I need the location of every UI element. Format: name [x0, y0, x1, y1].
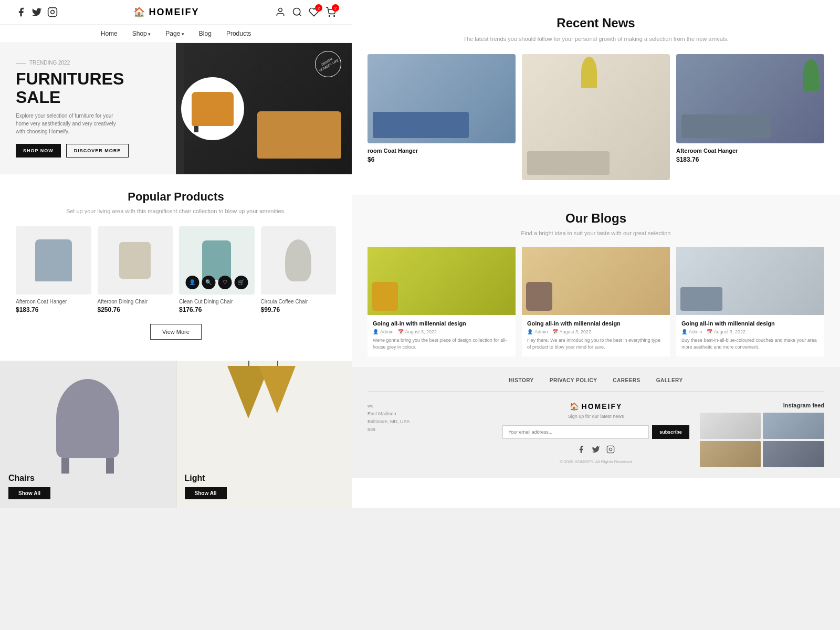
address-line-4: 839 [368, 426, 492, 434]
chairs-image [46, 371, 130, 466]
popular-products-section: Popular Products Set up your living area… [0, 174, 352, 361]
product-image-3: 👤 🔍 ♡ 🛒 [179, 226, 255, 295]
product-card-4[interactable]: Circula Coffee Chair $99.76 [261, 226, 337, 313]
social-links [16, 7, 58, 17]
news-card-3[interactable]: Afteroom Coat Hanger $183.76 [676, 54, 824, 163]
nav-blog[interactable]: Blog [199, 30, 212, 37]
cart-icon[interactable]: 2 [326, 7, 336, 17]
news-room-3 [676, 54, 824, 143]
footer-link-careers[interactable]: CAREERS [613, 377, 640, 383]
footer-center: 🏠 HOMEIFY Sign up for our latest news su… [502, 402, 689, 464]
recent-news-section: Recent News The latest trends you should… [352, 0, 840, 195]
svg-point-2 [279, 8, 282, 12]
light-show-all-button[interactable]: Show All [185, 487, 227, 499]
product-name-1: Afteroon Coat Hanger [16, 299, 91, 304]
user-icon[interactable] [275, 7, 286, 17]
insta-image-2[interactable] [763, 413, 824, 439]
lamp-image-area [176, 361, 352, 466]
address-line-2: East Madison [368, 410, 492, 418]
blog-meta-3: 👤 Admin 📅 August 3, 2022 [681, 329, 819, 334]
design-badge: DESIGN HOMEIFY LIFE [315, 51, 341, 77]
product-card-1[interactable]: Afteroon Coat Hanger $183.76 [16, 226, 91, 313]
footer-logo: 🏠 HOMEIFY [502, 402, 689, 411]
hero-chair-circle [181, 77, 244, 140]
footer-link-gallery[interactable]: GALLERY [656, 377, 683, 383]
nav-page[interactable]: Page [165, 30, 184, 37]
site-logo[interactable]: 🏠 HOMEIFY [133, 6, 199, 18]
footer-social [502, 445, 689, 455]
footer-link-history[interactable]: HISTORY [509, 377, 533, 383]
design-badge-text: DESIGN HOMEIFY LIFE [315, 54, 341, 74]
nav-shop[interactable]: Shop [132, 30, 151, 37]
insta-image-1[interactable] [700, 413, 761, 439]
our-blogs-section: Our Blogs Find a bright idea to suit you… [352, 195, 840, 367]
footer-facebook-icon[interactable] [577, 445, 585, 455]
plant-shape [803, 59, 819, 91]
product-name-2: Afteroon Dining Chair [98, 299, 173, 304]
chair-shape-3 [202, 240, 231, 280]
view-more-wrapper: View More [16, 324, 336, 350]
blog-content-2: Going all-in with millennial design 👤 Ad… [522, 315, 670, 356]
blog-card-2[interactable]: Going all-in with millennial design 👤 Ad… [522, 247, 670, 356]
footer-logo-icon: 🏠 [570, 402, 580, 411]
search-icon[interactable] [292, 7, 302, 17]
product-price-1: $183.76 [16, 306, 91, 313]
blog-card-3[interactable]: Going all-in with millennial design 👤 Ad… [676, 247, 824, 356]
blog-author-2: 👤 Admin [527, 329, 548, 334]
product-price-4: $99.76 [261, 306, 337, 313]
chairs-label: Chairs [8, 474, 167, 483]
blog-excerpt-2: Hey there. We are introducing you to the… [527, 337, 665, 351]
category-section: Chairs Show All Light Show All [0, 361, 352, 508]
product-cart-btn-3[interactable]: 🛒 [234, 276, 248, 289]
recent-news-title: Recent News [368, 16, 824, 30]
footer-tagline: Sign up for our latest news [502, 414, 689, 419]
chair-shape-1 [35, 239, 72, 281]
blog-card-1[interactable]: Going all-in with millennial design 👤 Ad… [368, 247, 516, 356]
chairs-show-all-button[interactable]: Show All [8, 487, 50, 499]
footer-twitter-icon[interactable] [592, 445, 600, 455]
wishlist-icon[interactable]: 2 [309, 7, 319, 17]
footer-instagram-icon[interactable] [606, 445, 615, 455]
news-card-1[interactable]: room Coat Hanger $6 [368, 54, 516, 163]
subscribe-button[interactable]: subscribe [652, 425, 689, 439]
product-card-2[interactable]: Afteroon Dining Chair $250.76 [98, 226, 173, 313]
product-price-2: $250.76 [98, 306, 173, 313]
footer-logo-text: HOMEIFY [582, 402, 623, 411]
svg-rect-7 [607, 446, 614, 453]
product-card-3[interactable]: 👤 🔍 ♡ 🛒 Clean Cut Dining Chair $176.76 [179, 226, 255, 313]
twitter-icon[interactable] [32, 7, 42, 17]
news-card-2[interactable] [522, 54, 670, 184]
insta-image-3[interactable] [700, 441, 761, 467]
facebook-icon[interactable] [16, 7, 26, 17]
footer: HISTORY PRIVACY POLICY CAREERS GALLERY w… [352, 367, 840, 478]
shop-now-button[interactable]: SHOP NOW [16, 144, 61, 158]
discover-more-button[interactable]: DISCOVER MORE [66, 144, 129, 158]
footer-links: HISTORY PRIVACY POLICY CAREERS GALLERY [368, 377, 824, 392]
instagram-icon[interactable] [47, 7, 58, 17]
product-user-btn-3[interactable]: 👤 [185, 276, 199, 289]
nav-home[interactable]: Home [101, 30, 118, 37]
insta-image-4[interactable] [763, 441, 824, 467]
product-image-2 [98, 226, 173, 295]
instagram-grid [700, 413, 824, 467]
news-name-3: Afteroom Coat Hanger [676, 148, 824, 154]
sofa-blue-shape [373, 112, 469, 138]
email-input[interactable] [502, 425, 649, 439]
logo-icon: 🏠 [133, 6, 146, 18]
nav-products[interactable]: Products [226, 30, 251, 37]
product-image-4 [261, 226, 337, 295]
blog-date-3: 📅 August 3, 2022 [707, 329, 746, 334]
products-grid: Afteroon Coat Hanger $183.76 Afteroon Di… [16, 226, 336, 313]
category-light: Light Show All [176, 361, 352, 508]
product-image-1 [16, 226, 91, 295]
blog-excerpt-1: We're gonna bring you the best piece of … [373, 337, 510, 351]
header: 🏠 HOMEIFY 2 2 [0, 0, 352, 25]
our-blogs-subtitle: Find a bright idea to suit your taste wi… [368, 230, 824, 236]
address-line-3: Baltimore, MD, USA [368, 418, 492, 426]
footer-link-privacy[interactable]: PRIVACY POLICY [550, 377, 597, 383]
product-actions-3: 👤 🔍 ♡ 🛒 [185, 276, 248, 289]
product-search-btn-3[interactable]: 🔍 [202, 276, 215, 289]
lamp-yellow-shape [581, 57, 597, 88]
view-more-button[interactable]: View More [150, 324, 202, 340]
product-heart-btn-3[interactable]: ♡ [218, 276, 232, 289]
